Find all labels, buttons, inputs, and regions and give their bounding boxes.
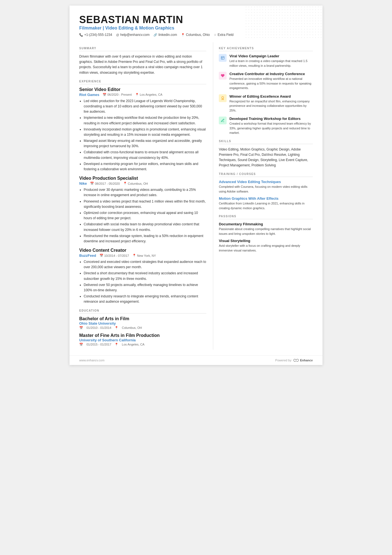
bullet-1-2: Implemented a new editing workflow that …: [84, 115, 206, 126]
achievement-content-1: Viral Video Campaign Leader Led a team i…: [229, 54, 313, 68]
achievement-2: Creative Contributor at Industry Confere…: [219, 72, 313, 90]
job-dates-3: 📅 10/2014 - 07/2017: [100, 254, 129, 257]
summary-text: Driven filmmaker with over 6 years of ex…: [79, 54, 206, 75]
edu-degree-1: Bachelor of Arts in Film: [79, 316, 206, 321]
contact-extra: ☆ Extra Field: [214, 33, 234, 37]
passion-item-2: Visual Storytelling Avid storyteller wit…: [219, 239, 313, 253]
achievement-icon-1: [219, 54, 227, 62]
svg-rect-0: [221, 56, 224, 60]
achievement-icon-4: [219, 117, 227, 124]
edu-cal-icon-2: 📅: [79, 343, 83, 346]
bullet-1-5: Collaborated with cross-functional teams…: [84, 150, 206, 160]
job-item-3: Video Content Creator BuzzFeed 📅 10/2014…: [79, 248, 206, 305]
bullet-1-1: Led video production for the 2023 League…: [84, 98, 206, 115]
achievements-section-title: KEY ACHIEVEMENTS: [219, 47, 313, 51]
left-column: SUMMARY Driven filmmaker with over 6 yea…: [79, 42, 206, 350]
email-icon: @: [116, 33, 119, 36]
footer-brand: Powered by Enhancv: [275, 358, 313, 362]
job-location-2: 📍 Columbus, OH: [123, 182, 148, 185]
calendar-icon-1: 📅: [103, 93, 106, 97]
candidate-name: SEBASTIAN MARTIN: [79, 14, 313, 26]
edu-cal-icon-1: 📅: [79, 326, 83, 330]
job-meta-3: BuzzFeed 📅 10/2014 - 07/2017 📍 New York,…: [79, 253, 206, 258]
job-item-2: Video Production Specialist Nike 📅 08/20…: [79, 176, 206, 244]
pin-icon-1: 📍: [135, 93, 139, 97]
job-meta-1: Riot Games 📅 06/2020 - Present 📍 Los Ang…: [79, 93, 206, 97]
training-title-2: Motion Graphics With After Effects: [219, 196, 313, 201]
skills-text: Video Editing, Motion Graphics, Graphic …: [219, 147, 313, 168]
contact-phone: 📞 +1-(234)-555-1234: [79, 33, 112, 37]
bullet-1-4: Managed asset library ensuring all media…: [84, 138, 206, 149]
bullet-2-4: Collaborated with social media team to d…: [84, 222, 206, 232]
header: SEBASTIAN MARTIN Filmmaker | Video Editi…: [79, 14, 313, 40]
job-bullets-1: Led video production for the 2023 League…: [79, 98, 206, 172]
achievement-4: Developed Training Workshop for Editors …: [219, 117, 313, 135]
bullet-2-1: Produced over 30 dynamic marketing video…: [84, 187, 206, 198]
skills-section-title: SKILLS: [219, 140, 313, 144]
company-1: Riot Games: [79, 93, 99, 97]
passion-desc-1: Passionate about creating compelling nar…: [219, 227, 313, 236]
pin-icon-2: 📍: [123, 182, 127, 185]
summary-section-title: SUMMARY: [79, 47, 206, 51]
bullet-3-3: Delivered over 50 projects annually, eff…: [84, 282, 206, 293]
contact-location: 📍 Columbus, Ohio: [181, 33, 210, 37]
calendar-icon-2: 📅: [90, 182, 94, 185]
company-2: Nike: [79, 181, 87, 186]
phone-icon: 📞: [79, 33, 83, 37]
location-icon: 📍: [181, 33, 185, 37]
achievement-1: Viral Video Campaign Leader Led a team i…: [219, 54, 313, 68]
bullet-2-3: Optimized color correction processes, en…: [84, 210, 206, 221]
achievement-content-2: Creative Contributor at Industry Confere…: [229, 72, 313, 90]
job-meta-2: Nike 📅 08/2017 - 05/2020 📍 Columbus, OH: [79, 181, 206, 186]
achievement-content-4: Developed Training Workshop for Editors …: [229, 117, 313, 135]
passion-item-1: Documentary Filmmaking Passionate about …: [219, 222, 313, 236]
svg-point-1: [222, 97, 224, 98]
edu-pin-icon-2: 📍: [115, 343, 118, 346]
passion-title-1: Documentary Filmmaking: [219, 222, 313, 226]
bullet-2-2: Pioneered a video series project that re…: [84, 199, 206, 209]
achievement-content-3: Winner of Editing Excellence Award Recog…: [229, 94, 313, 113]
achievement-icon-2: [219, 72, 227, 80]
job-location-3: 📍 New York, NY: [132, 254, 156, 257]
passion-desc-2: Avid storyteller with a focus on craftin…: [219, 243, 313, 253]
bullet-2-5: Restructured the media storage system, l…: [84, 233, 206, 244]
edu-degree-2: Master of Fine Arts in Film Production: [79, 333, 206, 338]
job-title-1: Senior Video Editor: [79, 87, 206, 92]
footer-website: www.enhancv.com: [79, 359, 105, 362]
star-icon: ☆: [214, 33, 217, 37]
passions-section-title: PASSIONS: [219, 215, 313, 219]
edu-item-2: Master of Fine Arts in Film Production U…: [79, 333, 206, 346]
training-desc-2: Certification from LinkedIn Learning in …: [219, 201, 313, 210]
right-column: KEY ACHIEVEMENTS Viral Video Campaign Le…: [213, 42, 313, 350]
company-3: BuzzFeed: [79, 253, 96, 258]
achievement-3: Winner of Editing Excellence Award Recog…: [219, 94, 313, 113]
bullet-1-6: Developed a mentorship program for junio…: [84, 161, 206, 172]
contact-row: 📞 +1-(234)-555-1234 @ help@enhancv.com 🔗…: [79, 33, 313, 37]
pin-icon-3: 📍: [132, 254, 136, 257]
job-bullets-2: Produced over 30 dynamic marketing video…: [79, 187, 206, 244]
contact-website: 🔗 linkedin.com: [153, 33, 177, 37]
training-desc-1: Completed with Coursera, focusing on mod…: [219, 184, 313, 194]
training-item-1: Advanced Video Editing Techniques Comple…: [219, 180, 313, 194]
achievement-icon-3: [219, 94, 227, 102]
footer: www.enhancv.com Powered by Enhancv: [70, 355, 322, 365]
bullet-3-1: Conceived and executed video content str…: [84, 259, 206, 270]
job-item-1: Senior Video Editor Riot Games 📅 06/2020…: [79, 87, 206, 172]
job-bullets-3: Conceived and executed video content str…: [79, 259, 206, 305]
bullet-3-4: Conducted industry research to integrate…: [84, 294, 206, 304]
bullet-3-2: Directed a short documentary that receiv…: [84, 271, 206, 281]
edu-meta-1: 📅 01/2010 - 01/2014 📍 Columbus, OH: [79, 326, 206, 330]
job-dates-1: 📅 06/2020 - Present: [103, 93, 132, 97]
job-title-2: Video Production Specialist: [79, 176, 206, 181]
job-dates-2: 📅 08/2017 - 05/2020: [90, 182, 120, 185]
edu-meta-2: 📅 01/2015 - 01/2017 📍 Los Angeles, CA: [79, 343, 206, 346]
enhancv-logo: Enhancv: [293, 358, 313, 362]
training-section-title: TRAINING / COURSES: [219, 172, 313, 177]
passion-title-2: Visual Storytelling: [219, 239, 313, 243]
link-icon: 🔗: [153, 33, 157, 37]
bullet-1-3: Innovatively incorporated motion graphic…: [84, 127, 206, 137]
training-item-2: Motion Graphics With After Effects Certi…: [219, 196, 313, 210]
candidate-title: Filmmaker | Video Editing & Motion Graph…: [79, 26, 313, 31]
edu-school-1: Ohio State University: [79, 321, 206, 325]
education-section-title: EDUCATION: [79, 309, 206, 314]
